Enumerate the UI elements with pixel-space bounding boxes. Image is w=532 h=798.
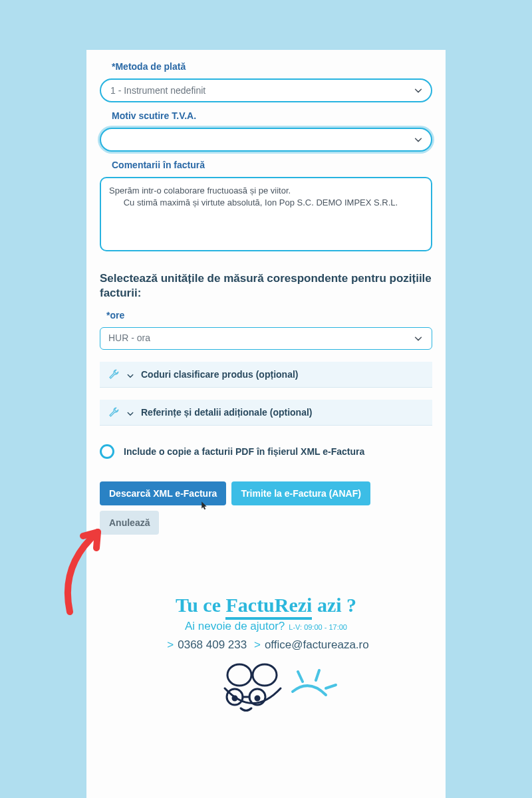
footer: Tu ce FactuRezi azi ? Ai nevoie de ajuto… xyxy=(100,595,432,725)
svg-line-9 xyxy=(326,685,336,688)
include-pdf-checkbox-row[interactable]: Include o copie a facturii PDF în fișier… xyxy=(100,444,432,459)
payment-method-select[interactable]: 1 - Instrument nedefinit xyxy=(100,78,432,102)
radio-unchecked-icon xyxy=(100,444,114,459)
expander-additional-refs[interactable]: Referințe și detalii adiționale (optiona… xyxy=(100,400,432,426)
footer-contact: >0368 409 233 >office@factureaza.ro xyxy=(100,638,432,652)
footer-phone[interactable]: 0368 409 233 xyxy=(178,638,247,651)
download-xml-button[interactable]: Descarcă XML e-Factura xyxy=(100,481,226,505)
expander-label: Referințe și detalii adiționale (optiona… xyxy=(141,407,312,418)
wrench-icon xyxy=(108,368,120,380)
svg-line-8 xyxy=(316,670,319,680)
units-section-title: Selectează unitățile de măsură corespond… xyxy=(100,271,432,301)
hours-label: *ore xyxy=(106,310,432,321)
form-panel: *Metoda de plată 1 - Instrument nedefini… xyxy=(86,50,446,798)
comments-textarea[interactable]: Sperăm intr-o colaborare fructuoasă și p… xyxy=(100,177,432,251)
hours-select[interactable]: HUR - ora xyxy=(100,327,432,350)
mascot-illustration xyxy=(193,658,339,718)
svg-point-6 xyxy=(255,696,259,700)
comments-label: Comentarii în factură xyxy=(112,160,432,170)
svg-line-7 xyxy=(298,672,303,682)
vat-exempt-value xyxy=(100,128,432,152)
vat-exempt-label: Motiv scutire T.V.A. xyxy=(112,110,432,121)
send-anaf-button[interactable]: Trimite la e-Factura (ANAF) xyxy=(231,481,370,505)
wrench-icon xyxy=(108,406,120,418)
chevron-down-icon xyxy=(126,370,134,378)
payment-method-value: 1 - Instrument nedefinit xyxy=(100,78,432,102)
svg-point-5 xyxy=(233,696,237,700)
chevron-down-icon xyxy=(126,408,134,416)
expander-label: Coduri clasificare produs (opțional) xyxy=(141,369,298,380)
vat-exempt-select[interactable] xyxy=(100,128,432,152)
hours-value: HUR - ora xyxy=(100,327,432,350)
footer-help: Ai nevoie de ajutor?L-V: 09:00 - 17:00 xyxy=(100,620,432,633)
include-pdf-label: Include o copie a facturii PDF în fișier… xyxy=(124,446,364,457)
cancel-button[interactable]: Anulează xyxy=(100,511,159,535)
payment-method-label: *Metoda de plată xyxy=(112,61,432,72)
action-button-row: Descarcă XML e-Factura Trimite la e-Fact… xyxy=(100,481,432,535)
footer-email[interactable]: office@factureaza.ro xyxy=(265,638,369,651)
svg-point-1 xyxy=(253,664,277,686)
expander-product-codes[interactable]: Coduri clasificare produs (opțional) xyxy=(100,362,432,388)
svg-point-0 xyxy=(227,664,251,686)
footer-slogan: Tu ce FactuRezi azi ? xyxy=(100,595,432,616)
